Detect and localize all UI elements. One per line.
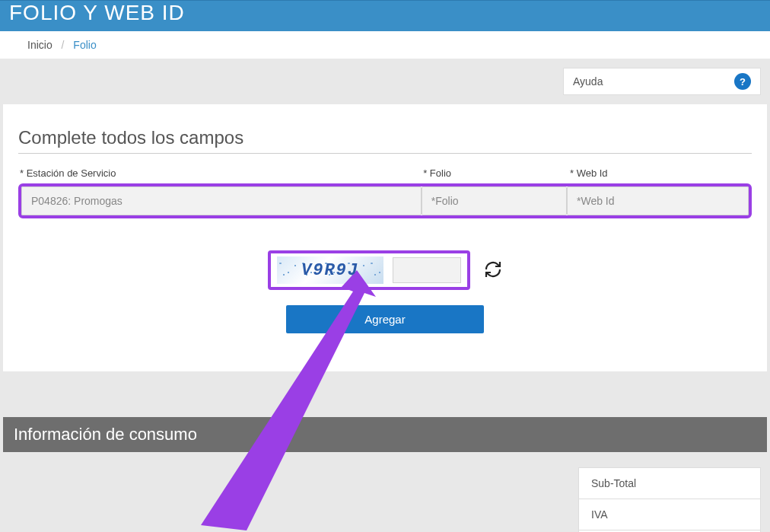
help-box[interactable]: Ayuda ? — [563, 68, 761, 95]
breadcrumb-current[interactable]: Folio — [73, 39, 96, 51]
captcha-highlight: V9R9J — [268, 250, 470, 290]
input-highlight-group — [18, 183, 752, 218]
estacion-input[interactable] — [21, 186, 422, 215]
breadcrumb-home[interactable]: Inicio — [27, 39, 52, 51]
webid-input[interactable] — [567, 186, 749, 215]
label-folio: * Folio — [422, 167, 568, 179]
form-title: Complete todos los campos — [18, 127, 752, 154]
label-webid: * Web Id — [568, 167, 752, 179]
page-title-bar: FOLIO Y WEB ID — [0, 0, 770, 31]
totals-subtotal-row: Sub-Total — [579, 468, 760, 499]
totals-panel: Sub-Total IVA Total — [3, 467, 767, 532]
consumption-section-title: Información de consumo — [3, 417, 767, 452]
totals-iva-row: IVA — [579, 499, 760, 530]
page-title: FOLIO Y WEB ID — [9, 1, 185, 24]
help-label: Ayuda — [573, 75, 603, 88]
refresh-captcha-icon[interactable] — [484, 260, 502, 281]
captcha-input[interactable] — [393, 257, 461, 283]
breadcrumb-separator: / — [62, 39, 65, 51]
breadcrumb: Inicio / Folio — [0, 31, 770, 59]
captcha-image: V9R9J — [277, 256, 383, 284]
help-icon[interactable]: ? — [734, 73, 751, 90]
agregar-button[interactable]: Agregar — [286, 305, 484, 333]
form-card: Complete todos los campos * Estación de … — [3, 104, 767, 371]
folio-input[interactable] — [422, 186, 567, 215]
label-estacion: * Estación de Servicio — [18, 167, 422, 179]
